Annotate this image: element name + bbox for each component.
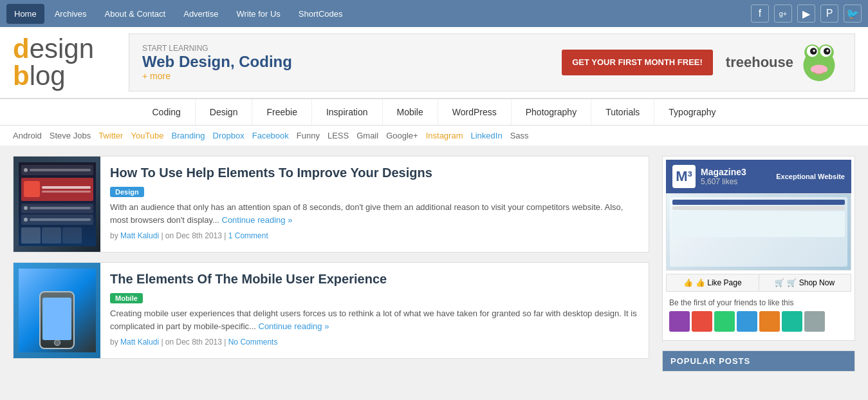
- avatar-3: [714, 311, 735, 332]
- fb-likes: 5,607 likes: [701, 177, 746, 186]
- svg-point-8: [826, 50, 829, 52]
- post-card-1: How To Use Help Elements To Improve Your…: [13, 156, 649, 252]
- fb-avatars: [666, 309, 851, 337]
- mock-bar-3: [30, 218, 91, 221]
- category-list: Coding Design Freebie Inspiration Mobile…: [0, 99, 868, 125]
- avatar-2: [692, 311, 712, 332]
- main-content: How To Use Help Elements To Improve Your…: [0, 146, 868, 391]
- cat-design[interactable]: Design: [196, 99, 253, 125]
- mock-highlight: [21, 178, 93, 201]
- facebook-icon[interactable]: f: [751, 5, 769, 23]
- nav-about-contact[interactable]: About & Contact: [97, 4, 174, 24]
- fb-header: M³ Magazine3 5,607 likes Exceptional Web…: [666, 160, 851, 193]
- banner-cta-button[interactable]: GET YOUR FIRST MONTH FREE!: [562, 50, 713, 76]
- post-card-2: The Elements Of The Mobile User Experien…: [13, 262, 649, 359]
- twitter-icon[interactable]: 🐦: [844, 5, 862, 23]
- mock-thumbs: [21, 227, 93, 243]
- mock-row-3: [21, 214, 93, 225]
- nav-write-for-us[interactable]: Write for Us: [228, 4, 288, 24]
- post-excerpt-1: With an audience that only has an attent…: [110, 201, 639, 226]
- date-2: Dec 8th 2013: [176, 338, 222, 347]
- post-title-2[interactable]: The Elements Of The Mobile User Experien…: [110, 271, 639, 287]
- tag-dropbox[interactable]: Dropbox: [213, 131, 245, 140]
- fb-preview-inner: [670, 197, 847, 267]
- top-nav-links: Home Archives About & Contact Advertise …: [6, 4, 350, 24]
- mock-row-2: [21, 204, 93, 214]
- phone-mockup-image: [19, 269, 96, 352]
- avatar-7: [804, 311, 825, 332]
- banner-subtitle: START LEARNING: [142, 44, 549, 53]
- date-1: Dec 8th 2013: [176, 231, 222, 240]
- fb-content-area: [672, 211, 845, 237]
- cat-typography[interactable]: Typography: [654, 99, 730, 125]
- post-body-1: How To Use Help Elements To Improve Your…: [100, 157, 649, 252]
- youtube-icon[interactable]: ▶: [797, 5, 815, 23]
- banner-plus-more: + more: [142, 71, 549, 81]
- fb-preview-image: [666, 193, 851, 271]
- nav-advertise[interactable]: Advertise: [176, 4, 226, 24]
- post-title-1[interactable]: How To Use Help Elements To Improve Your…: [110, 164, 639, 181]
- svg-point-9: [811, 65, 827, 74]
- social-icons: f g+ ▶ P 🐦: [751, 5, 862, 23]
- tag-funny[interactable]: Funny: [297, 131, 320, 140]
- nav-home[interactable]: Home: [6, 4, 44, 24]
- cat-inspiration[interactable]: Inspiration: [312, 99, 383, 125]
- site-header: design blog START LEARNING Web Design, C…: [0, 27, 868, 99]
- treehouse-text: treehouse: [726, 54, 793, 71]
- tag-less[interactable]: LESS: [328, 131, 349, 140]
- post-body-2: The Elements Of The Mobile User Experien…: [100, 263, 649, 358]
- phone-screen: [42, 298, 71, 340]
- cat-mobile[interactable]: Mobile: [383, 99, 438, 125]
- tag-gmail[interactable]: Gmail: [356, 131, 378, 140]
- avatar-1: [669, 311, 690, 332]
- mock-thumb-2: [42, 227, 61, 243]
- pinterest-icon[interactable]: P: [820, 5, 838, 23]
- post-excerpt-2: Creating mobile user experiences that de…: [110, 307, 639, 332]
- tag-android[interactable]: Android: [13, 131, 42, 140]
- tag-youtube[interactable]: YouTube: [131, 131, 163, 140]
- mock-line: [42, 186, 91, 189]
- mock-bar: [30, 169, 91, 171]
- tag-branding[interactable]: Branding: [172, 131, 205, 140]
- fb-page-name: Magazine3: [701, 167, 746, 177]
- like-icon: 👍: [683, 278, 693, 287]
- post-badge-1: Design: [110, 187, 144, 197]
- popular-posts-header: POPULAR POSTS: [663, 351, 854, 371]
- app-mockup-image: [19, 162, 96, 246]
- tag-google-plus[interactable]: Google+: [386, 131, 418, 140]
- popular-posts-widget: POPULAR POSTS: [662, 350, 855, 372]
- shop-text: 🛒 Shop Now: [787, 278, 835, 287]
- treehouse-frog-icon: [797, 40, 842, 85]
- google-plus-icon[interactable]: g+: [774, 5, 792, 23]
- nav-shortcodes[interactable]: ShortCodes: [291, 4, 351, 24]
- mock-bar-2: [30, 207, 91, 209]
- fb-like-button[interactable]: 👍 👍 Like Page: [667, 274, 759, 291]
- fb-logo: M³: [672, 165, 696, 188]
- tag-instagram[interactable]: Instagram: [426, 131, 463, 140]
- cat-photography[interactable]: Photography: [512, 99, 591, 125]
- shop-icon: 🛒: [775, 278, 784, 287]
- comments-2[interactable]: No Comments: [228, 338, 278, 347]
- mock-dot-3: [24, 218, 28, 222]
- cat-wordpress[interactable]: WordPress: [438, 99, 512, 125]
- tag-facebook[interactable]: Facebook: [252, 131, 289, 140]
- cat-tutorials[interactable]: Tutorials: [591, 99, 654, 125]
- nav-archives[interactable]: Archives: [47, 4, 95, 24]
- author-1[interactable]: Matt Kaludi: [120, 231, 159, 240]
- comments-1[interactable]: 1 Comment: [228, 231, 268, 240]
- tag-sass[interactable]: Sass: [510, 131, 529, 140]
- mock-text: [42, 186, 91, 193]
- fb-tagline: Exceptional Website: [776, 173, 845, 180]
- fb-shop-button[interactable]: 🛒 🛒 Shop Now: [759, 274, 851, 291]
- continue-reading-2[interactable]: Continue reading »: [259, 321, 329, 331]
- author-2[interactable]: Matt Kaludi: [120, 338, 159, 347]
- tag-linkedin[interactable]: LinkedIn: [470, 131, 502, 140]
- cat-coding[interactable]: Coding: [138, 99, 195, 125]
- mock-dot: [24, 168, 28, 172]
- tag-steve-jobs[interactable]: Steve Jobs: [50, 131, 91, 140]
- cat-freebie[interactable]: Freebie: [252, 99, 311, 125]
- tag-twitter[interactable]: Twitter: [98, 131, 123, 140]
- avatar-5: [759, 311, 780, 332]
- continue-reading-1[interactable]: Continue reading »: [222, 215, 293, 225]
- fb-bar-2: [672, 206, 845, 210]
